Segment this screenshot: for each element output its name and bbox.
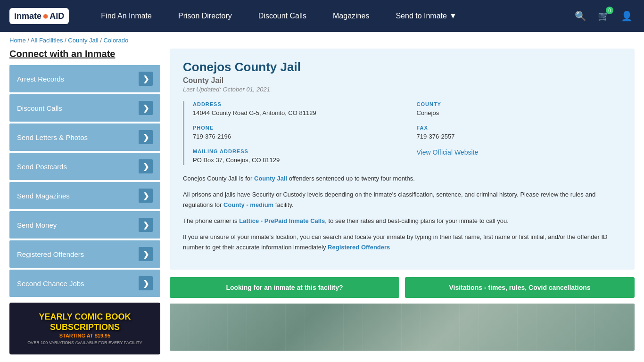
sidebar-item-label: Send Letters & Photos [17,133,88,141]
logo-dot: ● [42,10,49,22]
ad-subtitle: STARTING AT $19.95 [27,333,142,338]
sidebar-item-arrest-records[interactable]: Arrest Records ❯ [9,65,160,92]
facility-info-grid: ADDRESS 14044 County Road G-5, Antonito,… [183,101,621,165]
sidebar-advertisement[interactable]: YEARLY COMIC BOOKSUBSCRIPTIONS STARTING … [9,303,160,354]
nav-send-to-inmate[interactable]: Send to Inmate ▼ [382,0,470,32]
main-nav: inmate ● AID Find An Inmate Prison Direc… [0,0,644,32]
ad-desc: OVER 100 VARIATIONS AVAILABLE FOR EVERY … [27,340,142,345]
breadcrumb-home[interactable]: Home [9,37,26,44]
chevron-right-icon: ❯ [139,101,153,115]
find-inmate-button[interactable]: Looking for an inmate at this facility? [170,277,399,298]
mailing-value: PO Box 37, Conejos, CO 81129 [193,156,398,165]
facility-last-updated: Last Updated: October 01, 2021 [183,86,621,93]
desc-para-1: Conejos County Jail is for County Jail o… [183,173,621,184]
facility-card: Conejos County Jail County Jail Last Upd… [170,49,635,270]
sidebar-item-label: Send Postcards [17,163,67,171]
nav-prison-directory[interactable]: Prison Directory [165,0,245,32]
logo-aid-text: AID [50,11,64,21]
sidebar-item-send-magazines[interactable]: Send Magazines ❯ [9,182,160,209]
sidebar-item-label: Send Magazines [17,192,70,200]
search-icon: 🔍 [575,11,586,21]
sidebar-item-label: Discount Calls [17,104,62,112]
sidebar-item-label: Send Money [17,221,57,229]
lattice-link[interactable]: Lattice - PrePaid Inmate Calls [239,217,325,224]
sidebar-item-discount-calls[interactable]: Discount Calls ❯ [9,94,160,122]
breadcrumb: Home / All Facilities / County Jail / Co… [0,32,644,49]
facility-description: Conejos County Jail is for County Jail o… [183,173,621,253]
sidebar-menu: Arrest Records ❯ Discount Calls ❯ Send L… [9,65,160,297]
desc-para-3: The phone carrier is Lattice - PrePaid I… [183,216,621,226]
aerial-image [170,304,635,351]
breadcrumb-county-jail[interactable]: County Jail [68,37,98,44]
mailing-field: MAILING ADDRESS PO Box 37, Conejos, CO 8… [193,148,398,165]
nav-find-inmate[interactable]: Find An Inmate [88,0,165,32]
visitations-button[interactable]: Visitations - times, rules, Covid cancel… [405,277,635,298]
chevron-right-icon: ❯ [139,130,153,144]
cart-button[interactable]: 🛒 0 [596,8,611,24]
cart-badge: 0 [606,7,613,14]
account-button[interactable]: 👤 [619,8,635,24]
desc-para-4: If you are unsure of your inmate's locat… [183,232,621,253]
nav-discount-calls[interactable]: Discount Calls [245,0,320,32]
chevron-right-icon: ❯ [139,189,153,203]
facility-section: Conejos County Jail County Jail Last Upd… [170,49,635,354]
nav-icons: 🔍 🛒 0 👤 [573,8,635,24]
address-label: ADDRESS [193,101,398,107]
address-value: 14044 County Road G-5, Antonito, CO 8112… [193,109,398,117]
user-icon: 👤 [621,11,633,21]
site-logo[interactable]: inmate ● AID [9,8,69,24]
sidebar-item-label: Arrest Records [17,75,64,83]
website-link[interactable]: View Official Website [417,148,479,156]
ad-title: YEARLY COMIC BOOKSUBSCRIPTIONS [27,312,142,332]
desc-para-2: All prisons and jails have Security or C… [183,189,621,210]
sidebar-item-registered-offenders[interactable]: Registered Offenders ❯ [9,240,160,268]
chevron-right-icon: ❯ [139,276,153,290]
phone-value: 719-376-2196 [193,132,398,141]
phone-label: PHONE [193,125,398,131]
search-button[interactable]: 🔍 [573,8,588,24]
county-medium-link[interactable]: County - medium [223,201,273,208]
mailing-label: MAILING ADDRESS [193,148,398,154]
phone-field: PHONE 719-376-2196 [193,125,398,141]
sidebar-item-label: Second Chance Jobs [17,280,84,288]
chevron-right-icon: ❯ [139,72,153,86]
county-label: COUNTY [417,101,622,107]
registered-offenders-link[interactable]: Registered Offenders [328,244,390,251]
chevron-down-icon: ▼ [449,12,457,20]
main-content: Connect with an Inmate Arrest Records ❯ … [0,49,644,362]
logo-inmate-text: inmate [14,11,41,21]
sidebar: Connect with an Inmate Arrest Records ❯ … [9,49,160,354]
sidebar-item-label: Registered Offenders [17,250,84,258]
chevron-right-icon: ❯ [139,247,153,261]
nav-links: Find An Inmate Prison Directory Discount… [88,0,573,32]
sidebar-item-send-money[interactable]: Send Money ❯ [9,211,160,239]
county-field: COUNTY Conejos [417,101,622,117]
breadcrumb-all-facilities[interactable]: All Facilities [31,37,63,44]
facility-name: Conejos County Jail [183,60,621,74]
breadcrumb-state[interactable]: Colorado [103,37,128,44]
fax-value: 719-376-2557 [417,132,622,141]
fax-field: FAX 719-376-2557 [417,125,622,141]
facility-type: County Jail [183,76,621,85]
chevron-right-icon: ❯ [139,218,153,232]
nav-magazines[interactable]: Magazines [320,0,382,32]
sidebar-item-second-chance-jobs[interactable]: Second Chance Jobs ❯ [9,270,160,297]
county-value: Conejos [417,109,622,117]
fax-label: FAX [417,125,622,131]
sidebar-item-send-letters[interactable]: Send Letters & Photos ❯ [9,123,160,151]
sidebar-title: Connect with an Inmate [9,49,160,59]
county-jail-link[interactable]: County Jail [254,175,287,182]
facility-buttons: Looking for an inmate at this facility? … [170,277,635,298]
sidebar-item-send-postcards[interactable]: Send Postcards ❯ [9,153,160,180]
chevron-right-icon: ❯ [139,159,153,173]
website-field: View Official Website [417,148,622,165]
address-field: ADDRESS 14044 County Road G-5, Antonito,… [193,101,398,117]
